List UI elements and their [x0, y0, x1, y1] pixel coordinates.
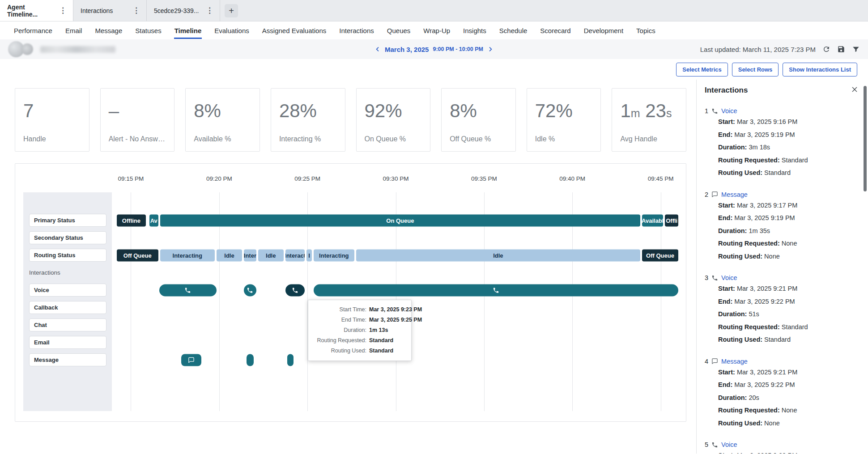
scrollbar-thumb[interactable]: [864, 86, 867, 191]
timeline-row-voice[interactable]: Voice: [29, 284, 106, 297]
nav-tab-message[interactable]: Message: [94, 22, 123, 39]
axis-tick-label: 09:15 PM: [118, 175, 144, 182]
metric-card-off-queue: 8% Off Queue %: [441, 88, 516, 152]
nav-tab-wrap-up[interactable]: Wrap-Up: [423, 22, 451, 39]
timeline-bar[interactable]: Interact: [285, 249, 305, 261]
interaction-tooltip: Start Time: Mar 3, 2025 9:23 PM End Time…: [308, 300, 412, 361]
interaction-detail: Duration: 1m 35s: [718, 225, 868, 238]
kebab-menu-icon[interactable]: ⋮: [203, 6, 216, 15]
timeline-bar[interactable]: Inter: [244, 249, 256, 261]
interaction-detail: Start: Mar 3, 2025 9:17 PM: [718, 199, 868, 212]
axis-tick-label: 09:30 PM: [383, 175, 409, 182]
timeline-row-callback[interactable]: Callback: [29, 301, 106, 314]
timeline-row-secondary-status[interactable]: Secondary Status: [29, 231, 106, 244]
interactions-panel: Interactions 1 Voice Start: Mar 3, 2025 …: [696, 80, 868, 454]
kebab-menu-icon[interactable]: ⋮: [56, 6, 69, 15]
timeline-bar[interactable]: [159, 284, 217, 296]
timeline-row-primary-status[interactable]: Primary Status: [29, 214, 106, 227]
message-icon: [711, 358, 718, 365]
interaction-detail: Routing Used: None: [718, 250, 868, 263]
filter-icon[interactable]: [852, 45, 860, 53]
chevron-left-icon[interactable]: [374, 46, 381, 52]
timeline-bar[interactable]: [285, 284, 305, 296]
nav-tab-scorecard[interactable]: Scorecard: [540, 22, 571, 39]
interaction-detail: Routing Used: Standard: [718, 166, 868, 179]
window-tab-interactions[interactable]: Interactions ⋮: [73, 0, 147, 21]
interaction-detail: Duration: 51s: [718, 308, 868, 321]
timeline-track: [113, 229, 678, 246]
select-rows-button[interactable]: Select Rows: [732, 63, 779, 76]
metric-label: Interacting %: [279, 135, 337, 145]
interaction-detail: Start: Mar 3, 2025 9:21 PM: [718, 366, 868, 379]
tooltip-row: End Time: Mar 3, 2025 9:25 PM: [314, 315, 406, 325]
timeline-row-routing-status[interactable]: Routing Status: [29, 249, 106, 262]
metric-label: On Queue %: [365, 135, 422, 145]
refresh-icon[interactable]: [822, 45, 830, 53]
timeline-bar[interactable]: Offli: [665, 214, 678, 226]
timeline-bar[interactable]: Interacting: [160, 249, 215, 261]
nav-tab-schedule[interactable]: Schedule: [499, 22, 528, 39]
timeline-bar[interactable]: Idle: [258, 249, 284, 261]
metric-value: 8%: [450, 100, 507, 122]
timeline-row-chat[interactable]: Chat: [29, 318, 106, 331]
metric-value: 7: [23, 100, 81, 122]
show-interactions-list-button[interactable]: Show Interactions List: [783, 63, 857, 76]
interaction-type-link[interactable]: Voice: [721, 273, 737, 282]
interaction-detail: Start: Mar 3, 2025 9:23 PM: [718, 449, 868, 454]
nav-tab-queues[interactable]: Queues: [387, 22, 411, 39]
interaction-type-link[interactable]: Message: [721, 190, 748, 199]
chevron-right-icon[interactable]: [487, 46, 494, 52]
phone-icon: [711, 441, 718, 448]
timeline-bar[interactable]: Offline: [117, 214, 146, 226]
nav-tab-statuses[interactable]: Statuses: [135, 22, 162, 39]
timeline-bar[interactable]: Off Queue: [117, 249, 158, 261]
interaction-detail: End: Mar 3, 2025 9:19 PM: [718, 212, 868, 225]
timeline-row-email[interactable]: Email: [29, 336, 106, 349]
window-tab-5cedce29-339[interactable]: 5cedce29-339... ⋮: [147, 0, 220, 21]
tooltip-label: Routing Requested:: [314, 335, 366, 346]
nav-tab-timeline[interactable]: Timeline: [174, 22, 202, 39]
metric-value: 1m 23s: [620, 100, 678, 122]
timeline-bar[interactable]: Idle: [356, 249, 640, 261]
tooltip-label: End Time:: [314, 315, 366, 325]
nav-tab-topics[interactable]: Topics: [636, 22, 656, 39]
timeline-bar[interactable]: Availabl: [642, 214, 663, 226]
nav-tab-insights[interactable]: Insights: [463, 22, 487, 39]
nav-tab-evaluations[interactable]: Evaluations: [214, 22, 250, 39]
tooltip-label: Routing Used:: [314, 346, 366, 356]
timeline-row: Primary Status OfflineAvOn QueueAvailabl…: [15, 212, 678, 229]
timeline-bar[interactable]: I: [306, 249, 312, 261]
window-tab-agent-timeline[interactable]: Agent Timeline... ⋮: [0, 0, 73, 21]
new-tab-button[interactable]: +: [225, 4, 238, 17]
interaction-type-link[interactable]: Voice: [721, 440, 737, 449]
nav-tab-development[interactable]: Development: [583, 22, 624, 39]
kebab-menu-icon[interactable]: ⋮: [130, 6, 143, 15]
phone-icon: [247, 287, 253, 293]
timeline-bar[interactable]: [244, 284, 256, 296]
nav-tab-email[interactable]: Email: [65, 22, 83, 39]
tooltip-label: Duration:: [314, 325, 366, 335]
timeline-bar[interactable]: [181, 354, 201, 366]
timeline-bar[interactable]: [314, 284, 678, 296]
metric-label: Handle: [23, 135, 81, 145]
interaction-detail: Routing Requested: Standard: [718, 321, 868, 334]
timeline-bar[interactable]: On Queue: [160, 214, 641, 226]
nav-tab-assigned-evaluations[interactable]: Assigned Evaluations: [262, 22, 327, 39]
interaction-type-link[interactable]: Voice: [721, 106, 737, 115]
time-range-label: 9:00 PM - 10:00 PM: [433, 46, 483, 52]
select-metrics-button[interactable]: Select Metrics: [676, 63, 728, 76]
timeline-bar[interactable]: [287, 354, 294, 366]
close-icon[interactable]: [851, 86, 858, 93]
timeline-bar[interactable]: Av: [149, 214, 158, 226]
timeline-bar[interactable]: Idle: [217, 249, 242, 261]
tooltip-row: Routing Used: Standard: [314, 346, 406, 356]
nav-tab-performance[interactable]: Performance: [13, 22, 53, 39]
timeline-row-message[interactable]: Message: [29, 353, 106, 366]
save-icon[interactable]: [837, 45, 845, 53]
timeline-bar[interactable]: Off Queue: [642, 249, 678, 261]
interaction-type-link[interactable]: Message: [721, 357, 748, 366]
timeline-bar[interactable]: Interacting: [314, 249, 354, 261]
timeline-track: Off QueueInteractingIdleInterIdleInterac…: [113, 246, 678, 264]
timeline-bar[interactable]: [247, 354, 254, 366]
nav-tab-interactions[interactable]: Interactions: [339, 22, 374, 39]
